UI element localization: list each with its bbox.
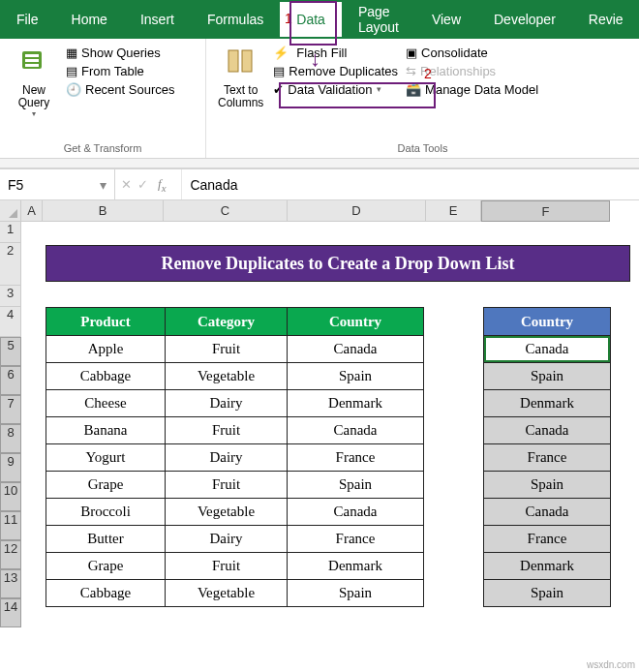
table-cell[interactable]: Spain xyxy=(288,580,424,607)
enter-formula-icon[interactable]: ✓ xyxy=(137,177,148,192)
table-cell[interactable]: Spain xyxy=(484,472,611,499)
table-cell[interactable]: Denmark xyxy=(484,390,611,417)
watermark: wsxdn.com xyxy=(587,659,635,670)
table-cell[interactable]: Spain xyxy=(288,472,424,499)
tab-file[interactable]: File xyxy=(0,2,55,37)
row-header-9[interactable]: 9 xyxy=(0,453,21,482)
formula-bar: F5▾ ✕ ✓ fx Canada xyxy=(0,168,639,200)
from-table-label: From Table xyxy=(81,65,144,77)
col-header-f[interactable]: F xyxy=(481,200,610,222)
table-cell[interactable]: Apple xyxy=(46,336,166,363)
data-validation-button[interactable]: ✔︎ Data Validation ▾ xyxy=(273,83,398,96)
text-to-columns-label: Text to Columns xyxy=(218,84,263,109)
table-cell[interactable]: France xyxy=(288,444,424,472)
col-header-b[interactable]: B xyxy=(43,200,164,222)
table-cell[interactable]: Denmark xyxy=(484,553,611,580)
manage-data-model-button[interactable]: 🗃️ Manage Data Model xyxy=(406,83,538,96)
row-header-8[interactable]: 8 xyxy=(0,424,21,453)
table-cell[interactable]: Broccoli xyxy=(46,499,166,526)
remove-duplicates-button[interactable]: ▤ Remove Duplicates xyxy=(273,65,398,77)
table-cell[interactable]: Grape xyxy=(46,553,166,580)
row-header-2[interactable]: 2 xyxy=(0,243,21,286)
row-header-7[interactable]: 7 xyxy=(0,395,21,424)
fx-icon[interactable]: fx xyxy=(154,176,175,194)
tab-data[interactable]: Data xyxy=(280,2,342,37)
table-cell[interactable]: Canada xyxy=(484,336,611,363)
tab-home[interactable]: Home xyxy=(55,2,124,37)
table-cell[interactable]: Vegetable xyxy=(166,363,288,390)
manage-data-model-label: Manage Data Model xyxy=(425,83,538,96)
table-cell[interactable]: Vegetable xyxy=(166,580,288,607)
data-validation-label: Data Validation xyxy=(288,83,372,96)
table-cell[interactable]: Dairy xyxy=(166,526,288,553)
manage-data-model-icon: 🗃️ xyxy=(406,83,421,96)
th-category: Category xyxy=(166,308,288,336)
col-header-d[interactable]: D xyxy=(288,200,426,222)
col-header-e[interactable]: E xyxy=(426,200,481,222)
cancel-formula-icon[interactable]: ✕ xyxy=(121,177,132,192)
consolidate-icon: ▣ xyxy=(406,46,417,59)
table-cell[interactable]: Cabbage xyxy=(46,363,166,390)
row-header-13[interactable]: 13 xyxy=(0,569,21,598)
table-cell[interactable]: Cheese xyxy=(46,390,166,417)
row-header-6[interactable]: 6 xyxy=(0,366,21,395)
tab-developer[interactable]: Developer xyxy=(477,2,572,37)
row-header-11[interactable]: 11 xyxy=(0,511,21,540)
tab-formulas[interactable]: Formulas xyxy=(191,2,280,37)
row-header-5[interactable]: 5 xyxy=(0,337,21,366)
row-header-3[interactable]: 3 xyxy=(0,286,21,307)
new-query-button[interactable]: New Query ▾ xyxy=(6,43,62,122)
tab-view[interactable]: View xyxy=(415,2,477,37)
table-cell[interactable]: Canada xyxy=(484,417,611,444)
flash-fill-button[interactable]: ⚡ FFlash Fill xyxy=(273,46,398,59)
table-cell[interactable]: Butter xyxy=(46,526,166,553)
table-cell[interactable]: Canada xyxy=(288,336,424,363)
table-cell[interactable]: Fruit xyxy=(166,336,288,363)
text-to-columns-button[interactable]: Text to Columns xyxy=(212,43,269,113)
col-header-a[interactable]: A xyxy=(21,200,43,222)
table-cell[interactable]: Fruit xyxy=(166,553,288,580)
show-queries-button[interactable]: ▦ Show Queries xyxy=(66,46,175,59)
table-cell[interactable]: Dairy xyxy=(166,444,288,472)
svg-rect-2 xyxy=(25,59,39,62)
table-cell[interactable]: France xyxy=(484,444,611,472)
table-cell[interactable]: Denmark xyxy=(288,390,424,417)
consolidate-button[interactable]: ▣ Consolidate xyxy=(406,46,538,59)
table-cell[interactable]: Canada xyxy=(288,499,424,526)
row-header-1[interactable]: 1 xyxy=(0,222,21,243)
table-cell[interactable]: Spain xyxy=(484,580,611,607)
table-cell[interactable]: Spain xyxy=(484,363,611,390)
row-header-4[interactable]: 4 xyxy=(0,307,21,337)
table-cell[interactable]: Denmark xyxy=(288,553,424,580)
row-header-10[interactable]: 10 xyxy=(0,482,21,511)
row-header-14[interactable]: 14 xyxy=(0,598,21,627)
table-cell[interactable]: Dairy xyxy=(166,390,288,417)
from-table-button[interactable]: ▤ From Table xyxy=(66,65,175,77)
table-cell[interactable]: Fruit xyxy=(166,472,288,499)
table-cell[interactable]: Yogurt xyxy=(46,444,166,472)
name-box-dropdown-icon[interactable]: ▾ xyxy=(100,177,106,193)
relationships-button[interactable]: ⇆ Relationships xyxy=(406,65,538,77)
table-cell[interactable]: Banana xyxy=(46,417,166,444)
tab-insert[interactable]: Insert xyxy=(124,2,191,37)
table-cell[interactable]: Canada xyxy=(484,499,611,526)
th-product: Product xyxy=(46,308,166,336)
select-all-corner[interactable] xyxy=(0,200,21,222)
table-cell[interactable]: Fruit xyxy=(166,417,288,444)
chevron-down-icon: ▾ xyxy=(377,85,381,94)
table-cell[interactable]: Grape xyxy=(46,472,166,499)
name-box[interactable]: F5▾ xyxy=(0,169,115,199)
table-cell[interactable]: Spain xyxy=(288,363,424,390)
table-cell[interactable]: France xyxy=(288,526,424,553)
ribbon-tabs: File Home Insert Formulas Data Page Layo… xyxy=(0,0,639,39)
table-cell[interactable]: Canada xyxy=(288,417,424,444)
tab-review[interactable]: Revie xyxy=(572,2,639,37)
show-queries-label: Show Queries xyxy=(81,46,161,59)
col-header-c[interactable]: C xyxy=(164,200,288,222)
formula-input[interactable]: Canada xyxy=(182,177,237,193)
table-cell[interactable]: Cabbage xyxy=(46,580,166,607)
table-cell[interactable]: France xyxy=(484,526,611,553)
row-header-12[interactable]: 12 xyxy=(0,540,21,569)
recent-sources-button[interactable]: 🕘 Recent Sources xyxy=(66,83,175,96)
table-cell[interactable]: Vegetable xyxy=(166,499,288,526)
